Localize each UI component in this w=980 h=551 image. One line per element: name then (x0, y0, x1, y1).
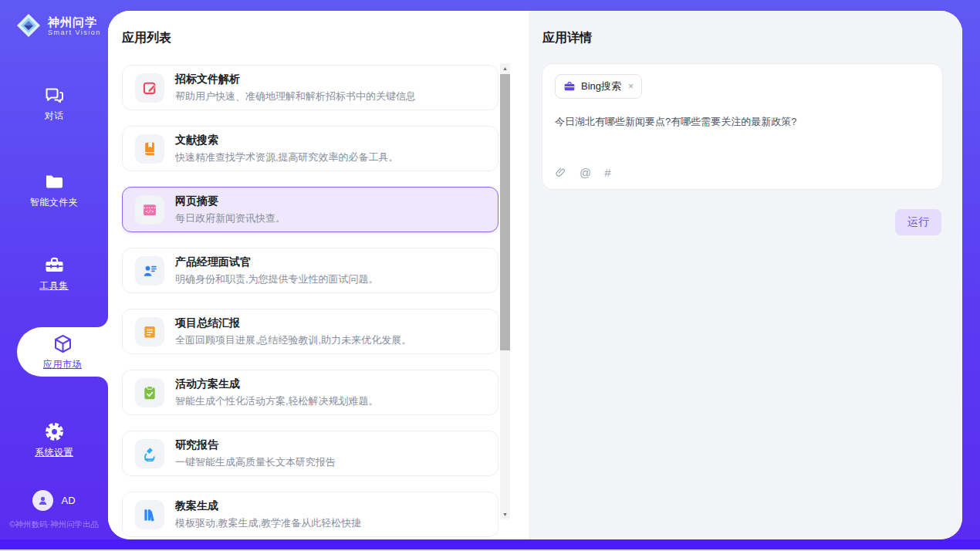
app-list-item[interactable]: 活动方案生成 智能生成个性化活动方案,轻松解决规划难题。 (122, 370, 498, 415)
sidebar-item-toolbox[interactable]: 工具集 (0, 252, 108, 295)
copyright-text: ©神州数码·神州问学出品 (0, 519, 108, 530)
svg-text:</>: </> (145, 208, 154, 214)
briefcase-icon (563, 80, 576, 93)
app-item-title: 网页摘要 (175, 194, 286, 208)
user-row[interactable]: AD (0, 490, 108, 511)
scrollbar-down-button[interactable]: ▼ (500, 509, 510, 519)
sidebar-item-cube[interactable]: 应用市场 (17, 327, 108, 377)
report-note-icon (135, 317, 164, 346)
app-detail-card: Bing搜索 × 今日湖北有哪些新闻要点?有哪些需要关注的最新政策? @ # (542, 63, 943, 190)
microscope-icon (135, 439, 164, 468)
mention-icon[interactable]: @ (580, 166, 591, 179)
app-list: 招标文件解析 帮助用户快速、准确地理解和解析招标书中的关键信息 文献搜索 快速精… (122, 65, 498, 539)
app-item-description: 帮助用户快速、准确地理解和解析招标书中的关键信息 (175, 90, 416, 103)
app-item-title: 产品经理面试官 (175, 255, 379, 269)
app-list-item[interactable]: 教案生成 模板驱动,教案生成,教学准备从此轻松快捷 (122, 492, 498, 537)
tag-close-icon[interactable]: × (628, 81, 634, 92)
app-item-title: 研究报告 (175, 438, 336, 452)
main-content: 应用列表 招标文件解析 帮助用户快速、准确地理解和解析招标书中的关键信息 文献搜… (108, 11, 962, 539)
cube-icon (52, 333, 73, 354)
app-item-description: 全面回顾项目进展,总结经验教训,助力未来优化发展。 (175, 333, 411, 347)
app-item-title: 教案生成 (175, 499, 361, 513)
app-item-description: 快速精准查找学术资源,提高研究效率的必备工具。 (175, 150, 399, 164)
sidebar-item-chat[interactable]: 对话 (0, 82, 108, 125)
sidebar-item-gear[interactable]: 系统设置 (0, 418, 108, 461)
chat-icon (44, 85, 65, 106)
books-icon (135, 500, 164, 529)
app-item-description: 明确身份和职责,为您提供专业性的面试问题。 (175, 272, 379, 286)
nav-label: 对话 (45, 110, 64, 123)
folder-icon (44, 171, 65, 192)
app-item-description: 一键智能生成高质量长文本研究报告 (175, 455, 336, 469)
app-logo: 神州问学 Smart Vision (0, 0, 108, 39)
app-item-title: 活动方案生成 (175, 377, 379, 391)
scrollbar-track[interactable]: ▲ ▼ (500, 63, 510, 519)
nav-label: 应用市场 (43, 358, 82, 371)
bottom-accent-bar (0, 539, 980, 549)
nav-label: 工具集 (39, 279, 69, 292)
person-icon (36, 494, 49, 507)
tool-tag-bing-search[interactable]: Bing搜索 × (555, 74, 642, 99)
gear-icon (44, 421, 65, 442)
sidebar: 神州问学 Smart Vision 对话 智能文件夹 工具集 应用市场 系统设置… (0, 0, 108, 540)
avatar[interactable] (32, 490, 53, 511)
app-list-item[interactable]: 研究报告 一键智能生成高质量长文本研究报告 (122, 431, 498, 476)
logo-title: 神州问学 (48, 15, 101, 29)
nav-label: 系统设置 (35, 446, 73, 459)
sidebar-item-folder[interactable]: 智能文件夹 (0, 168, 108, 211)
app-detail-panel: 应用详情 Bing搜索 × 今日湖北有哪些新闻要点?有哪些需要关注的最新政策? (529, 11, 962, 539)
logo-subtitle: Smart Vision (48, 29, 101, 36)
app-item-description: 智能生成个性化活动方案,轻松解决规划难题。 (175, 394, 379, 408)
app-item-title: 项目总结汇报 (175, 316, 411, 330)
browser-code-icon: </> (135, 195, 164, 225)
book-icon (135, 134, 164, 164)
app-item-description: 每日政府新闻资讯快查。 (175, 211, 286, 225)
user-name: AD (61, 495, 75, 506)
app-list-panel: 应用列表 招标文件解析 帮助用户快速、准确地理解和解析招标书中的关键信息 文献搜… (108, 11, 529, 539)
app-item-title: 文献搜索 (175, 134, 399, 147)
app-list-item[interactable]: 项目总结汇报 全面回顾项目进展,总结经验教训,助力未来优化发展。 (122, 309, 498, 354)
card-actions: @ # (555, 166, 930, 179)
run-row: 运行 (895, 209, 941, 235)
logo-diamond-icon (15, 12, 42, 39)
app-list-item[interactable]: 产品经理面试官 明确身份和职责,为您提供专业性的面试问题。 (122, 248, 498, 293)
query-text[interactable]: 今日湖北有哪些新闻要点?有哪些需要关注的最新政策? (555, 114, 930, 130)
tool-tag-label: Bing搜索 (581, 79, 621, 93)
scrollbar-up-button[interactable]: ▲ (500, 63, 510, 73)
clipboard-check-icon (135, 378, 164, 407)
app-list-title: 应用列表 (122, 30, 171, 46)
toolbox-icon (44, 255, 65, 276)
app-list-item[interactable]: 招标文件解析 帮助用户快速、准确地理解和解析招标书中的关键信息 (122, 65, 498, 110)
app-list-item[interactable]: 文献搜索 快速精准查找学术资源,提高研究效率的必备工具。 (122, 126, 498, 171)
interviewer-icon (135, 256, 164, 286)
hashtag-icon[interactable]: # (604, 166, 610, 179)
document-edit-icon (135, 73, 164, 103)
app-list-item[interactable]: </> 网页摘要 每日政府新闻资讯快查。 (122, 187, 498, 232)
app-item-title: 招标文件解析 (175, 73, 416, 86)
scrollbar-thumb[interactable] (500, 74, 510, 350)
app-detail-title: 应用详情 (542, 30, 592, 46)
attachment-icon[interactable] (555, 167, 566, 178)
nav-label: 智能文件夹 (30, 196, 79, 209)
app-item-description: 模板驱动,教案生成,教学准备从此轻松快捷 (175, 516, 361, 530)
run-button[interactable]: 运行 (895, 209, 941, 235)
